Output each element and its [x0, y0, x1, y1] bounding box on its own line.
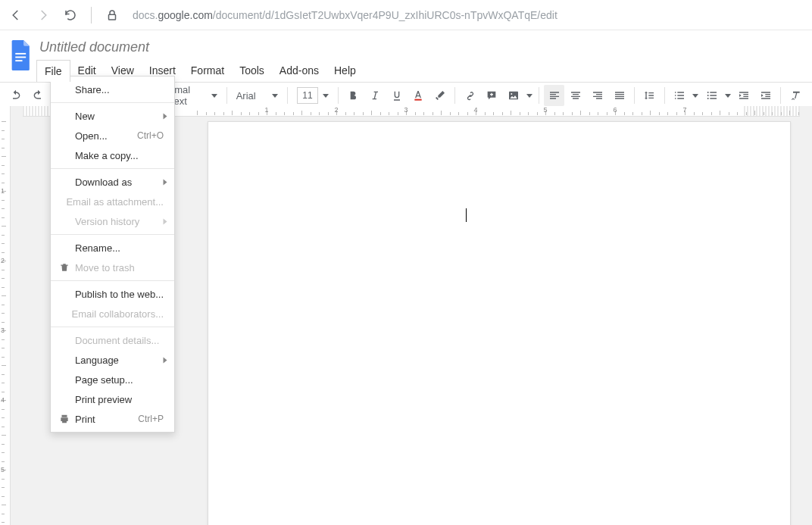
menu-item-label: Document details...	[75, 335, 164, 346]
menu-item-label: Print	[75, 414, 138, 425]
divider	[287, 87, 288, 104]
submenu-arrow-icon	[164, 218, 167, 224]
text-color-button[interactable]	[408, 85, 429, 106]
menu-item-publish-to-the-web[interactable]: Publish to the web...	[51, 284, 174, 304]
url-path: /document/d/1dGsIetT2UwbxVqer4P9U_zxIhiU…	[213, 9, 557, 21]
divider	[634, 87, 635, 104]
menu-item-label: Share...	[75, 84, 164, 95]
menu-file[interactable]: File	[36, 60, 70, 82]
menu-shortcut: Ctrl+O	[137, 130, 164, 141]
align-right-button[interactable]	[588, 85, 608, 106]
bulleted-list-button[interactable]	[701, 85, 722, 106]
reload-icon[interactable]	[64, 8, 77, 22]
align-left-button[interactable]	[544, 85, 564, 106]
menu-item-print[interactable]: PrintCtrl+P	[51, 409, 174, 429]
text-cursor	[466, 208, 467, 222]
menu-item-label: Page setup...	[75, 374, 164, 386]
menu-item-page-setup[interactable]: Page setup...	[51, 370, 174, 389]
align-justify-button[interactable]	[609, 85, 629, 106]
menu-item-label: Move to trash	[75, 262, 164, 273]
clear-formatting-button[interactable]	[785, 85, 806, 106]
chevron-down-icon	[211, 94, 217, 98]
trash-icon	[57, 262, 72, 273]
menu-item-make-a-copy[interactable]: Make a copy...	[51, 145, 174, 165]
italic-button[interactable]	[365, 85, 386, 106]
vertical-ruler: 123456	[0, 106, 11, 525]
insert-image-button[interactable]	[504, 85, 524, 106]
menu-item-label: Download as	[75, 177, 164, 188]
menu-item-open[interactable]: Open...Ctrl+O	[51, 126, 174, 145]
menu-item-label: New	[75, 111, 164, 122]
menu-item-new[interactable]: New	[51, 106, 174, 126]
menu-addons[interactable]: Add-ons	[272, 60, 326, 82]
svg-point-9	[707, 98, 708, 99]
chevron-down-icon[interactable]	[526, 94, 532, 98]
divider	[226, 87, 227, 104]
align-center-button[interactable]	[566, 85, 586, 106]
divider	[539, 87, 539, 104]
svg-rect-2	[15, 57, 26, 58]
menu-separator	[51, 168, 174, 169]
menu-help[interactable]: Help	[326, 60, 364, 82]
menu-item-label: Language	[75, 355, 164, 366]
numbered-list-button[interactable]	[670, 85, 690, 106]
menu-item-email-as-attachment: Email as attachment...	[51, 192, 174, 211]
font-size-select[interactable]: 11	[292, 85, 333, 106]
docs-logo-icon[interactable]	[6, 35, 36, 76]
divider	[780, 87, 781, 104]
svg-point-7	[707, 92, 708, 93]
docs-header: Untitled document File Edit View Insert …	[0, 30, 812, 82]
divider	[454, 87, 455, 104]
line-spacing-button[interactable]	[639, 85, 660, 106]
underline-button[interactable]	[386, 85, 407, 106]
menu-item-label: Rename...	[75, 242, 164, 254]
bold-button[interactable]	[343, 85, 364, 106]
back-icon[interactable]	[9, 8, 23, 22]
menu-item-language[interactable]: Language	[51, 350, 174, 370]
menu-separator	[51, 234, 174, 235]
style-label: rmal text	[171, 84, 207, 107]
menu-item-share[interactable]: Share...	[51, 80, 174, 99]
chevron-down-icon[interactable]	[692, 94, 698, 98]
url-host: google.com	[158, 9, 212, 21]
divider	[338, 87, 339, 104]
lock-icon	[105, 8, 119, 22]
menu-item-rename[interactable]: Rename...	[51, 238, 174, 258]
menu-tools[interactable]: Tools	[232, 60, 272, 82]
menu-item-label: Print preview	[75, 394, 164, 405]
undo-button[interactable]	[6, 85, 27, 106]
add-comment-button[interactable]	[482, 85, 502, 106]
menu-item-email-collaborators: Email collaborators...	[51, 304, 174, 323]
svg-point-8	[707, 95, 708, 96]
chevron-down-icon[interactable]	[725, 94, 731, 98]
increase-indent-button[interactable]	[756, 85, 776, 106]
svg-rect-0	[109, 14, 116, 20]
menu-item-download-as[interactable]: Download as	[51, 172, 174, 192]
chevron-down-icon	[323, 94, 329, 98]
chevron-down-icon	[272, 94, 278, 98]
font-size-value: 11	[297, 87, 318, 104]
svg-rect-1	[15, 53, 26, 55]
menu-item-version-history: Version history	[51, 211, 174, 231]
highlight-button[interactable]	[430, 85, 451, 106]
file-menu-dropdown: Share...NewOpen...Ctrl+OMake a copy...Do…	[50, 76, 175, 433]
svg-point-6	[511, 93, 512, 95]
menu-separator	[51, 327, 174, 327]
menu-item-label: Email as attachment...	[66, 196, 164, 208]
insert-link-button[interactable]	[460, 85, 480, 106]
url-bar[interactable]: docs.google.com/document/d/1dGsIetT2Uwbx…	[133, 9, 557, 21]
decrease-indent-button[interactable]	[734, 85, 754, 106]
menu-item-print-preview[interactable]: Print preview	[51, 389, 174, 409]
font-select[interactable]: Arial	[232, 85, 283, 106]
document-page[interactable]	[208, 121, 791, 525]
menu-format[interactable]: Format	[183, 60, 232, 82]
menu-separator	[51, 102, 174, 103]
url-prefix: docs.	[133, 9, 158, 21]
redo-button[interactable]	[28, 85, 48, 106]
document-title[interactable]: Untitled document	[36, 38, 806, 57]
menu-item-label: Publish to the web...	[75, 289, 164, 300]
divider	[664, 87, 665, 104]
forward-icon[interactable]	[36, 8, 50, 22]
menu-item-label: Make a copy...	[75, 150, 164, 161]
menu-separator	[51, 280, 174, 281]
